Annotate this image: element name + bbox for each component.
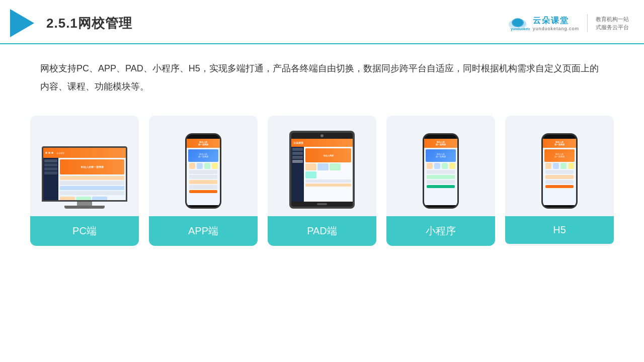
mini-image-area: 职达人的第一堂网课 职达人的第一堂网课 <box>386 116 495 216</box>
mini-notch <box>435 136 447 139</box>
brand-divider <box>587 14 588 32</box>
pc-mock: 云朵课堂 职达人的第一堂网课 <box>42 146 127 209</box>
phone-notch <box>197 136 209 139</box>
app-label: APP端 <box>149 216 258 246</box>
brand-pinyin: yunduoketang.com <box>533 26 579 31</box>
mini-card: 职达人的第一堂网课 职达人的第一堂网课 <box>386 116 495 246</box>
h5-card: 职达人的第一堂网课 职达人的第一堂网课 <box>505 116 614 246</box>
pc-card: 云朵课堂 职达人的第一堂网课 <box>30 116 139 246</box>
h5-label: H5 <box>505 216 614 244</box>
h5-image-area: 职达人的第一堂网课 职达人的第一堂网课 <box>505 116 614 216</box>
h5-notch <box>553 136 566 139</box>
pc-image-area: 云朵课堂 职达人的第一堂网课 <box>30 116 139 216</box>
app-card: 职达人的第一堂网课 职达人的第一堂网课 <box>149 116 258 246</box>
description-text: 网校支持PC、APP、PAD、小程序、H5，实现多端打通，产品各终端自由切换，数… <box>0 44 644 96</box>
page-header: 2.5.1网校管理 yunduoketang 云朵课堂 yunduoketang… <box>0 0 644 44</box>
mini-phone-mock: 职达人的第一堂网课 职达人的第一堂网课 <box>423 133 459 209</box>
page-title: 2.5.1网校管理 <box>46 15 132 32</box>
brand-tagline: 教育机构一站式服务云平台 <box>596 15 629 32</box>
mini-label: 小程序 <box>386 216 495 246</box>
tablet-camera <box>320 134 324 137</box>
pc-stand <box>77 202 92 206</box>
cloud-icon: yunduoketang <box>506 14 530 32</box>
h5-phone-mock: 职达人的第一堂网课 职达人的第一堂网课 <box>541 133 578 209</box>
logo-triangle-icon <box>10 9 34 37</box>
tablet-mock: 云朵课堂 职达人网课 <box>289 131 355 209</box>
brand-name-main: 云朵课堂 <box>533 16 569 26</box>
pc-base <box>64 206 105 209</box>
pad-card: 云朵课堂 职达人网课 <box>268 116 376 246</box>
svg-text:yunduoketang: yunduoketang <box>511 27 530 31</box>
header-right: yunduoketang 云朵课堂 yunduoketang.com 教育机构一… <box>506 14 629 32</box>
pc-label: PC端 <box>30 216 139 246</box>
app-image-area: 职达人的第一堂网课 职达人的第一堂网课 <box>149 116 258 216</box>
pc-screen: 云朵课堂 职达人的第一堂网课 <box>42 146 127 202</box>
app-phone-mock: 职达人的第一堂网课 职达人的第一堂网课 <box>185 133 221 209</box>
svg-point-4 <box>513 19 523 27</box>
pad-label: PAD端 <box>268 216 376 246</box>
brand-logo: yunduoketang 云朵课堂 yunduoketang.com <box>506 14 579 32</box>
header-left: 2.5.1网校管理 <box>10 9 132 37</box>
brand-name: 云朵课堂 yunduoketang.com <box>533 16 579 31</box>
tablet-home-button <box>317 203 327 205</box>
device-cards-container: 云朵课堂 职达人的第一堂网课 <box>0 101 644 246</box>
pad-image-area: 云朵课堂 职达人网课 <box>268 116 376 216</box>
